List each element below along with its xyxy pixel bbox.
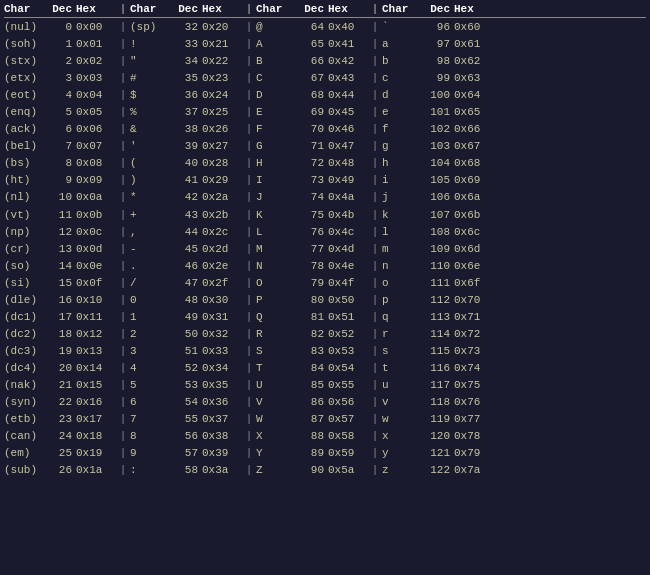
cell: |: [242, 309, 256, 326]
cell: (so): [4, 258, 46, 275]
cell: 48: [172, 292, 202, 309]
cell: 112: [424, 292, 454, 309]
cell: |: [368, 87, 382, 104]
cell: 54: [172, 394, 202, 411]
cell: 0x47: [328, 138, 368, 155]
cell: (sp): [130, 19, 172, 36]
cell: 0x31: [202, 309, 242, 326]
cell: 0x18: [76, 428, 116, 445]
cell: 86: [298, 394, 328, 411]
cell: D: [256, 87, 298, 104]
cell: a: [382, 36, 424, 53]
cell: (nl): [4, 189, 46, 206]
header-dec2: Dec: [172, 3, 202, 15]
table-body: (nul)00x00|(sp)320x20|@640x40|`960x60(so…: [0, 19, 650, 479]
cell: |: [368, 292, 382, 309]
cell: s: [382, 343, 424, 360]
cell: t: [382, 360, 424, 377]
cell: 55: [172, 411, 202, 428]
cell: 0x0a: [76, 189, 116, 206]
table-row: (bs)80x08|(400x28|H720x48|h1040x68: [0, 155, 650, 172]
cell: 0x76: [454, 394, 494, 411]
cell: |: [116, 53, 130, 70]
cell: 2: [46, 53, 76, 70]
cell: 0x25: [202, 104, 242, 121]
cell: c: [382, 70, 424, 87]
ascii-table: Char Dec Hex | Char Dec Hex | Char Dec H…: [0, 0, 650, 481]
cell: 0x12: [76, 326, 116, 343]
cell: 0x0d: [76, 241, 116, 258]
cell: 0x73: [454, 343, 494, 360]
cell: |: [116, 36, 130, 53]
cell: 11: [46, 207, 76, 224]
cell: |: [368, 343, 382, 360]
cell: 4: [46, 87, 76, 104]
cell: |: [242, 292, 256, 309]
cell: (vt): [4, 207, 46, 224]
table-row: (etb)230x17|7550x37|W870x57|w1190x77: [0, 411, 650, 428]
cell: 4: [130, 360, 172, 377]
cell: 57: [172, 445, 202, 462]
cell: |: [242, 411, 256, 428]
cell: |: [368, 462, 382, 479]
cell: |: [242, 224, 256, 241]
cell: 38: [172, 121, 202, 138]
cell: k: [382, 207, 424, 224]
cell: 0x6c: [454, 224, 494, 241]
cell: 22: [46, 394, 76, 411]
cell: 0x34: [202, 360, 242, 377]
cell: 0x35: [202, 377, 242, 394]
cell: 110: [424, 258, 454, 275]
cell: 53: [172, 377, 202, 394]
table-row: (nak)210x15|5530x35|U850x55|u1170x75: [0, 377, 650, 394]
cell: %: [130, 104, 172, 121]
table-row: (soh)10x01|!330x21|A650x41|a970x61: [0, 36, 650, 53]
cell: 0x40: [328, 19, 368, 36]
cell: 0x72: [454, 326, 494, 343]
cell: (stx): [4, 53, 46, 70]
cell: +: [130, 207, 172, 224]
cell: 101: [424, 104, 454, 121]
cell: 0x4e: [328, 258, 368, 275]
cell: |: [116, 70, 130, 87]
cell: Y: [256, 445, 298, 462]
cell: |: [116, 138, 130, 155]
cell: 80: [298, 292, 328, 309]
cell: 0x7a: [454, 462, 494, 479]
cell: 0x33: [202, 343, 242, 360]
cell: 0x69: [454, 172, 494, 189]
header-dec1: Dec: [46, 3, 76, 15]
cell: W: [256, 411, 298, 428]
table-row: (etx)30x03|#350x23|C670x43|c990x63: [0, 70, 650, 87]
cell: 0x62: [454, 53, 494, 70]
cell: N: [256, 258, 298, 275]
cell: 5: [46, 104, 76, 121]
cell: 84: [298, 360, 328, 377]
table-row: (cr)130x0d|-450x2d|M770x4d|m1090x6d: [0, 241, 650, 258]
cell: 44: [172, 224, 202, 241]
cell: 0x63: [454, 70, 494, 87]
cell: 0x21: [202, 36, 242, 53]
cell: |: [242, 36, 256, 53]
cell: 102: [424, 121, 454, 138]
cell: 67: [298, 70, 328, 87]
table-row: (ht)90x09|)410x29|I730x49|i1050x69: [0, 172, 650, 189]
cell: |: [242, 189, 256, 206]
cell: 122: [424, 462, 454, 479]
cell: |: [242, 70, 256, 87]
cell: |: [368, 19, 382, 36]
cell: 0x6e: [454, 258, 494, 275]
cell: |: [368, 275, 382, 292]
cell: F: [256, 121, 298, 138]
cell: 0x08: [76, 155, 116, 172]
cell: i: [382, 172, 424, 189]
cell: h: [382, 155, 424, 172]
cell: 0x2b: [202, 207, 242, 224]
cell: 58: [172, 462, 202, 479]
table-row: (dc4)200x14|4520x34|T840x54|t1160x74: [0, 360, 650, 377]
cell: 5: [130, 377, 172, 394]
cell: 0x52: [328, 326, 368, 343]
cell: 0x39: [202, 445, 242, 462]
cell: 6: [130, 394, 172, 411]
cell: |: [368, 36, 382, 53]
